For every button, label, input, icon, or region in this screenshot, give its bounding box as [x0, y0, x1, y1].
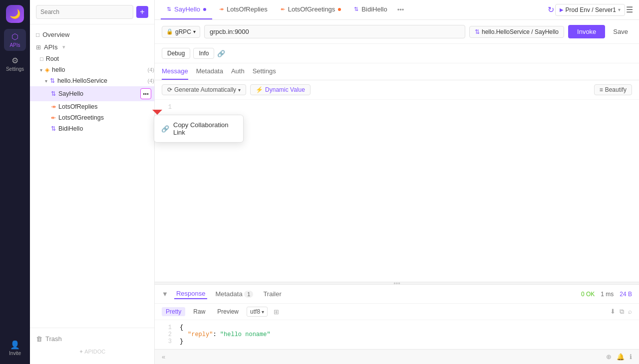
- bidihello-tab-label: BidiHello: [361, 5, 387, 13]
- hamburger-icon[interactable]: ☰: [626, 5, 633, 14]
- encoding-selector[interactable]: utf8 ▾: [247, 307, 268, 317]
- debug-bar: Debug Info 🔗: [155, 44, 639, 63]
- sayhello-tab-icon: ⇅: [167, 6, 171, 12]
- method-selector[interactable]: ⇅ hello.HelloService / SayHello: [469, 26, 564, 38]
- pretty-button[interactable]: Pretty: [162, 307, 185, 316]
- lightning-icon: ⚡: [256, 86, 263, 93]
- tab-sayhello[interactable]: ⇅ SayHello: [161, 0, 212, 19]
- apis-nav-icon: ⊞: [36, 44, 41, 51]
- dynamic-value-button[interactable]: ⚡ Dynamic Value: [250, 84, 311, 95]
- app-logo: 🌙: [6, 5, 24, 23]
- collapse-sidebar-button[interactable]: «: [162, 353, 165, 361]
- tree-item-sayhello[interactable]: ⇅ SayHello •••: [30, 86, 154, 101]
- filter-icon[interactable]: ⊞: [272, 307, 281, 317]
- tree-item-lotsofgreetings[interactable]: ↞ LotsOfGreetings: [30, 112, 154, 123]
- download-icon[interactable]: ⬇: [610, 308, 616, 316]
- tab-message[interactable]: Message: [162, 63, 188, 80]
- top-tabs: ⇅ SayHello ↠ LotsOfReplies ↞ LotsOfGreet…: [155, 0, 639, 20]
- add-circle-icon[interactable]: ⊕: [606, 353, 612, 361]
- request-bar: 🔒 gRPC ▾ ⇅ hello.HelloService / SayHello…: [155, 20, 639, 44]
- metadata-badge: 1: [244, 291, 253, 298]
- method-icon: ⇅: [475, 28, 480, 35]
- encoding-chevron: ▾: [262, 309, 264, 315]
- helloservice-count: (4): [148, 78, 154, 84]
- trash-item[interactable]: 🗑 Trash: [36, 333, 148, 345]
- response-actions: ⬇ ⧉ ⌕: [610, 308, 632, 316]
- link-icon: 🔗: [161, 125, 169, 133]
- settings-label: Settings: [6, 66, 24, 72]
- tab-settings[interactable]: Settings: [253, 63, 276, 80]
- trash-icon: 🗑: [36, 335, 42, 343]
- sidebar-item-overview[interactable]: □ Overview: [30, 28, 154, 41]
- bell-icon[interactable]: 🔔: [617, 353, 625, 361]
- sidebar-item-apis[interactable]: ⬡ APIs: [4, 29, 26, 51]
- protocol-label: gRPC: [175, 28, 191, 35]
- lotsofreplies-label: LotsOfReplies: [58, 103, 154, 110]
- metadata-tab-label: Metadata: [215, 290, 242, 298]
- sidebar-nav: □ Overview ⊞ APIs ▾ □ Root ▾ ◈ hello (4)…: [30, 24, 154, 328]
- tree-item-lotsofreplies[interactable]: ↠ LotsOfReplies: [30, 101, 154, 112]
- resp-line-1-content: {: [180, 324, 271, 331]
- overview-icon: □: [36, 31, 39, 38]
- save-button[interactable]: Save: [609, 25, 632, 38]
- url-input[interactable]: [204, 25, 465, 38]
- invite-button[interactable]: 👤 Invite: [4, 337, 26, 359]
- request-body-panel: ⟳ Generate Automatically ▾ ⚡ Dynamic Val…: [155, 80, 639, 282]
- tree-item-root[interactable]: □ Root: [30, 53, 154, 64]
- tab-auth[interactable]: Auth: [231, 63, 245, 80]
- collapse-button[interactable]: ▼: [162, 290, 168, 298]
- nav-arrows: «: [162, 353, 165, 361]
- tab-lotsofgreetings[interactable]: ↞ LotsOfGreetings: [275, 0, 347, 19]
- info-circle-icon[interactable]: ℹ: [630, 353, 632, 361]
- encoding-value: utf8: [250, 308, 260, 315]
- beautify-button[interactable]: ≡ Beautify: [594, 84, 632, 95]
- search-icon[interactable]: ⌕: [628, 308, 632, 316]
- add-button[interactable]: +: [136, 6, 148, 18]
- apis-chevron: ▾: [62, 44, 65, 50]
- raw-button[interactable]: Raw: [189, 307, 209, 316]
- trash-label: Trash: [45, 335, 62, 343]
- tree-item-hello[interactable]: ▾ ◈ hello (4): [30, 64, 154, 75]
- hello-count: (4): [148, 67, 154, 73]
- root-label: Root: [46, 55, 154, 62]
- sync-icon[interactable]: ↻: [548, 5, 554, 14]
- share-link-icon[interactable]: 🔗: [217, 50, 225, 57]
- invoke-button[interactable]: Invoke: [568, 25, 605, 38]
- search-input[interactable]: [36, 5, 133, 19]
- env-selector[interactable]: ▶ Prod Env / Server1 ▾: [555, 4, 625, 16]
- more-tabs-button[interactable]: •••: [394, 6, 407, 13]
- request-toolbar: ⟳ Generate Automatically ▾ ⚡ Dynamic Val…: [155, 80, 639, 100]
- tab-trailer[interactable]: Trailer: [261, 289, 283, 299]
- tab-lotsofreplies[interactable]: ↠ LotsOfReplies: [213, 0, 274, 19]
- sidebar-item-settings[interactable]: ⚙ Settings: [4, 53, 26, 75]
- lotsofgreetings-tab-icon: ↞: [281, 6, 285, 12]
- tab-response[interactable]: Response: [174, 289, 208, 299]
- info-button[interactable]: Info: [193, 48, 214, 59]
- tab-bidihello[interactable]: ⇅ BidiHello: [348, 0, 393, 19]
- invite-label: Invite: [9, 351, 21, 356]
- copy-icon[interactable]: ⧉: [620, 308, 624, 316]
- response-time: 1 ms: [601, 291, 614, 298]
- tab-response-metadata[interactable]: Metadata 1: [213, 289, 255, 299]
- bottom-icons: ⊕ 🔔 ℹ: [606, 353, 632, 361]
- sidebar-item-apis-nav[interactable]: ⊞ APIs ▾: [30, 41, 154, 53]
- resp-line-3: 3: [162, 338, 172, 345]
- generate-automatically-button[interactable]: ⟳ Generate Automatically ▾: [162, 84, 246, 95]
- hello-icon: ◈: [45, 66, 49, 73]
- tab-metadata[interactable]: Metadata: [196, 63, 223, 80]
- chevron-icon: ▾: [40, 67, 42, 73]
- sayhello-more-button[interactable]: •••: [140, 88, 151, 99]
- bidihello-label: BidiHello: [58, 125, 154, 132]
- protocol-selector[interactable]: 🔒 gRPC ▾: [162, 26, 200, 38]
- preview-button[interactable]: Preview: [213, 307, 243, 316]
- tree-item-bidihello[interactable]: ⇅ BidiHello: [30, 123, 154, 134]
- env-label: Prod Env / Server1: [566, 6, 616, 13]
- debug-button[interactable]: Debug: [162, 48, 190, 59]
- copy-collaboration-link-item[interactable]: 🔗 Copy Collaboration Link: [154, 117, 243, 140]
- resp-line-numbers: 1 2 3: [162, 324, 172, 345]
- hello-label: hello: [52, 66, 145, 73]
- protocol-chevron: ▾: [193, 29, 196, 34]
- method-path: hello.HelloService / SayHello: [482, 28, 559, 35]
- req-code-content[interactable]: [180, 104, 632, 278]
- tree-item-helloservice[interactable]: ▾ ⇅ hello.HelloService (4): [30, 75, 154, 86]
